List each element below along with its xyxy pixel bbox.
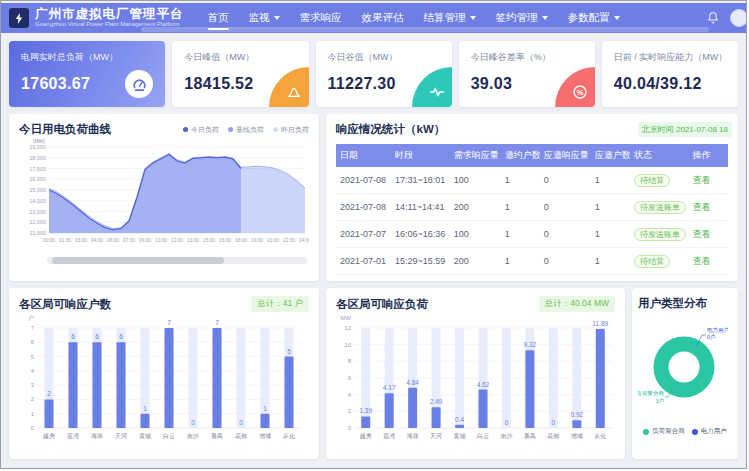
nav-item-label: 结算管理: [424, 11, 466, 25]
table-cell: 15:29~15:59: [391, 248, 450, 275]
svg-text:越秀: 越秀: [360, 432, 372, 440]
kpi-label: 今日谷值（MW）: [328, 51, 440, 64]
svg-text:8: 8: [348, 358, 352, 364]
legend-item-3[interactable]: 昨日负荷: [273, 125, 309, 135]
donut-legend-item-1[interactable]: 负荷聚合商: [643, 427, 685, 436]
nav-item-label: 需求响应: [300, 11, 342, 25]
svg-text:白云: 白云: [163, 433, 175, 440]
svg-text:1.39: 1.39: [359, 407, 372, 414]
table-cell-action: 查看: [689, 194, 728, 221]
nav-item-label: 首页: [208, 11, 229, 25]
table-row: 2021-07-0817:31~18:01100101待结算查看: [336, 167, 728, 194]
table-cell: 1: [591, 248, 630, 275]
table-row: 2021-07-0814:11~14:41200101待发送账单查看: [336, 194, 728, 221]
notification-bell-icon[interactable]: [706, 11, 720, 25]
svg-text:10: 10: [344, 342, 351, 348]
table-cell: 2021-07-08: [336, 167, 391, 194]
svg-text:0.92: 0.92: [570, 411, 583, 418]
nav-item-6[interactable]: 签约管理: [496, 4, 548, 32]
table-cell: 1: [591, 167, 630, 194]
svg-text:06:00: 06:00: [107, 238, 119, 243]
svg-text:荔湾: 荔湾: [383, 432, 395, 440]
kpi-card-3: 今日谷值（MW）11227.30: [316, 41, 452, 107]
district-users-panel: 各区局可响应户数 总计：41 户 户012345672越秀6荔湾6海珠6天河1黄…: [9, 288, 319, 459]
nav-item-label: 效果评估: [362, 11, 404, 25]
table-header-cell: 需求响应量: [450, 144, 501, 167]
chevron-down-icon: [470, 16, 476, 20]
table-cell: 2021-07-08: [336, 194, 391, 221]
svg-text:12,000: 12,000: [29, 219, 46, 225]
chart-zoom-slider[interactable]: [47, 257, 307, 264]
svg-text:0: 0: [552, 419, 556, 426]
nav-item-4[interactable]: 效果评估: [362, 4, 404, 32]
nav-item-label: 签约管理: [496, 11, 538, 25]
legend-dot: [643, 429, 649, 435]
svg-text:9.32: 9.32: [524, 341, 537, 348]
nav-item-7[interactable]: 参数配置: [568, 4, 620, 32]
svg-text:2: 2: [348, 408, 352, 414]
svg-text:2: 2: [47, 390, 51, 397]
district-load-total-badge: 总计：40.04 MW: [539, 296, 615, 312]
table-cell: 1: [501, 194, 540, 221]
table-cell-action: 查看: [689, 221, 728, 248]
svg-text:南沙: 南沙: [500, 433, 512, 439]
view-link[interactable]: 查看: [693, 202, 711, 212]
svg-text:0: 0: [239, 419, 243, 426]
district-users-title: 各区局可响应户数: [19, 297, 111, 312]
nav-item-1[interactable]: 首页: [208, 4, 229, 32]
legend-dot: [228, 127, 233, 132]
user-type-legend: 负荷聚合商电力用户: [638, 427, 732, 436]
svg-text:7: 7: [167, 319, 171, 326]
district-users-bar-chart: 户012345672越秀6荔湾6海珠6天河1黄埔7白云0南沙7番禺0花都1增城5…: [19, 312, 307, 448]
table-cell: 2021-07-07: [336, 221, 391, 248]
table-cell: 0: [540, 248, 591, 275]
kpi-cards-row: 电网实时总负荷（MW）17603.67今日峰值（MW）18415.52今日谷值（…: [9, 41, 738, 107]
table-cell: 17:31~18:01: [391, 167, 450, 194]
kpi-card-2: 今日峰值（MW）18415.52: [172, 41, 308, 107]
table-cell: 16:06~16:36: [391, 221, 450, 248]
svg-text:12: 12: [344, 325, 351, 331]
svg-text:从化: 从化: [283, 433, 295, 440]
svg-text:13:30: 13:30: [187, 238, 199, 243]
nav-item-2[interactable]: 监视: [249, 4, 280, 32]
svg-text:01:30: 01:30: [59, 238, 71, 243]
table-row: 2021-07-0115:29~15:59200101待结算查看: [336, 248, 728, 275]
svg-text:5: 5: [287, 348, 291, 355]
svg-text:0: 0: [31, 425, 35, 431]
view-link[interactable]: 查看: [693, 175, 711, 185]
table-header-cell: 时段: [391, 144, 450, 167]
response-stats-panel: 响应情况统计（kW） 北京时间 2021-07-08 18 日期时段需求响应量邀…: [326, 114, 738, 281]
nav-item-5[interactable]: 结算管理: [424, 4, 476, 32]
view-link[interactable]: 查看: [693, 229, 711, 239]
dashboard: 电网实时总负荷（MW）17603.67今日峰值（MW）18415.52今日谷值（…: [1, 33, 746, 459]
user-avatar[interactable]: [730, 9, 747, 27]
kpi-card-1: 电网实时总负荷（MW）17603.67: [9, 41, 165, 107]
nav-item-3[interactable]: 需求响应: [300, 4, 342, 32]
load-curve-legend: 今日负荷基线负荷昨日负荷: [183, 125, 309, 135]
table-cell: 1: [501, 221, 540, 248]
district-users-total-badge: 总计：41 户: [251, 296, 309, 312]
view-link[interactable]: 查看: [693, 256, 711, 266]
table-cell: 100: [450, 221, 501, 248]
svg-text:11.89: 11.89: [592, 320, 608, 327]
svg-text:4: 4: [31, 368, 35, 374]
svg-text:6: 6: [31, 339, 35, 345]
legend-item-2[interactable]: 基线负荷: [228, 125, 264, 135]
svg-text:22:30: 22:30: [283, 238, 295, 243]
user-type-title: 用户类型分布: [638, 296, 707, 311]
legend-label: 基线负荷: [236, 125, 264, 135]
peak-curve-icon: [269, 67, 309, 107]
legend-item-1[interactable]: 今日负荷: [183, 125, 219, 135]
legend-label: 昨日负荷: [281, 125, 309, 135]
district-load-panel: 各区局可响应负荷 总计：40.04 MW MW0246810121.39越秀4.…: [326, 288, 625, 459]
kpi-value: 40.04/39.12: [614, 75, 726, 93]
slider-handle[interactable]: [52, 257, 224, 264]
app-title: 广州市虚拟电厂管理平台: [35, 8, 184, 21]
svg-text:0.4: 0.4: [455, 416, 464, 423]
donut-legend-item-2[interactable]: 电力用户: [692, 427, 727, 436]
svg-text:黄埔: 黄埔: [454, 433, 466, 439]
svg-text:04:30: 04:30: [91, 238, 103, 243]
svg-text:15,000: 15,000: [29, 187, 46, 193]
svg-text:13,000: 13,000: [29, 209, 46, 215]
kpi-label: 电网实时总负荷（MW）: [21, 51, 153, 64]
